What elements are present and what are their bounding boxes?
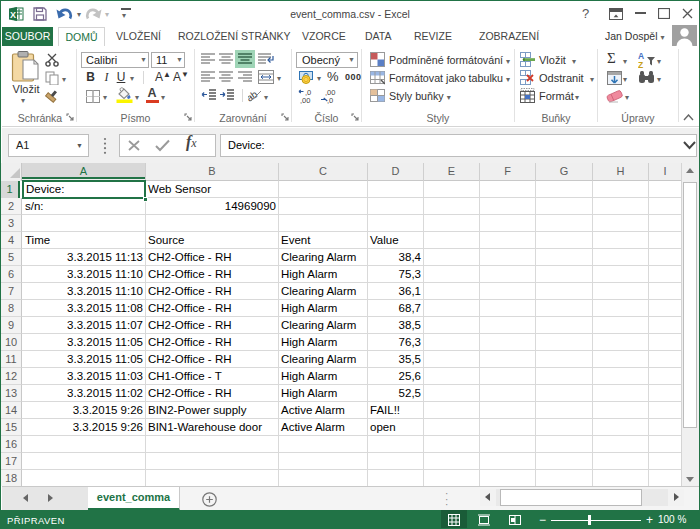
svg-text:Z: Z	[638, 60, 643, 69]
svg-text:,0: ,0	[327, 96, 333, 104]
svg-text:,00: ,00	[300, 96, 310, 104]
svg-text:ab: ab	[248, 88, 260, 103]
